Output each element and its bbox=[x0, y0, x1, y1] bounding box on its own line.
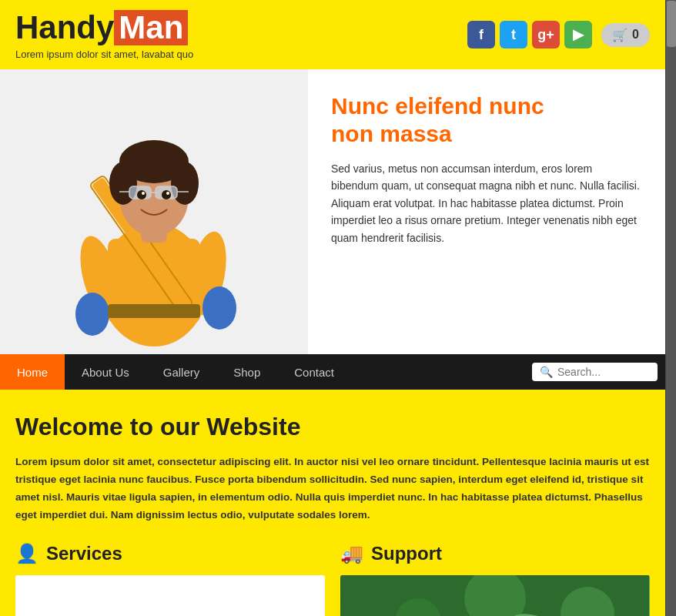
logo-handy: Handy bbox=[15, 9, 114, 45]
logo-man: Man bbox=[114, 10, 188, 45]
header: HandyMan Lorem ipsum dolor sit amet, lav… bbox=[0, 0, 665, 69]
nav-gallery[interactable]: Gallery bbox=[146, 354, 217, 390]
nav-home[interactable]: Home bbox=[0, 354, 65, 390]
hero-title: Nunc eleifend nunc non massa bbox=[331, 92, 642, 148]
nav-about[interactable]: About Us bbox=[65, 354, 146, 390]
svg-point-23 bbox=[166, 192, 169, 195]
svg-point-20 bbox=[137, 190, 146, 199]
nav-contact[interactable]: Contact bbox=[277, 354, 351, 390]
services-heading: 👤 Services bbox=[15, 543, 325, 564]
hero-title-text: Nunc eleifend nunc non massa bbox=[331, 93, 544, 146]
hero-description: Sed varius, metus non accumsan interdum,… bbox=[331, 160, 642, 246]
main-content: Welcome to our Website Lorem ipsum dolor… bbox=[0, 390, 665, 616]
hero-content: Nunc eleifend nunc non massa Sed varius,… bbox=[308, 69, 665, 354]
header-icons: f t g+ ▶ 🛒 0 bbox=[467, 21, 650, 49]
support-illustration bbox=[340, 575, 650, 616]
scrollbar-thumb[interactable] bbox=[667, 1, 676, 47]
search-box: 🔍 bbox=[532, 363, 658, 381]
search-icon: 🔍 bbox=[540, 366, 553, 378]
cart-count: 0 bbox=[632, 28, 639, 42]
svg-point-5 bbox=[75, 293, 109, 336]
services-column: 👤 Services bbox=[15, 543, 325, 616]
googleplus-icon[interactable]: g+ bbox=[532, 21, 560, 49]
support-heading-text: Support bbox=[371, 543, 442, 564]
services-heading-text: Services bbox=[46, 543, 122, 564]
worker-illustration bbox=[0, 69, 308, 354]
svg-rect-9 bbox=[108, 304, 200, 318]
logo-subtitle: Lorem ipsum dolor sit amet, lavabat quo bbox=[15, 49, 193, 60]
service-card-image bbox=[15, 575, 325, 616]
cart-icon: 🛒 bbox=[612, 28, 627, 42]
svg-point-22 bbox=[142, 192, 145, 195]
svg-point-6 bbox=[202, 286, 236, 330]
support-image bbox=[340, 575, 650, 616]
welcome-title: Welcome to our Website bbox=[15, 413, 650, 441]
support-card-image bbox=[340, 575, 650, 616]
twitter-icon[interactable]: t bbox=[500, 21, 527, 49]
page-wrapper: HandyMan Lorem ipsum dolor sit amet, lav… bbox=[0, 0, 676, 616]
logo: HandyMan bbox=[15, 10, 193, 45]
svg-point-25 bbox=[464, 575, 526, 616]
support-icon: 🚚 bbox=[340, 543, 363, 564]
facebook-icon[interactable]: f bbox=[467, 21, 495, 49]
search-input[interactable] bbox=[557, 366, 650, 378]
nav-shop[interactable]: Shop bbox=[216, 354, 277, 390]
scrollbar[interactable] bbox=[665, 0, 676, 616]
welcome-body: Lorem ipsum dolor sit amet, consectetur … bbox=[15, 454, 650, 524]
services-row: 👤 Services 🚚 Support bbox=[15, 543, 650, 616]
content-area: HandyMan Lorem ipsum dolor sit amet, lav… bbox=[0, 0, 665, 616]
youtube-icon[interactable]: ▶ bbox=[564, 21, 592, 49]
support-heading: 🚚 Support bbox=[340, 543, 650, 564]
cart-button[interactable]: 🛒 0 bbox=[601, 23, 650, 47]
hero-section: Nunc eleifend nunc non massa Sed varius,… bbox=[0, 69, 665, 354]
services-icon: 👤 bbox=[15, 543, 38, 564]
svg-point-21 bbox=[162, 190, 171, 199]
navbar: Home About Us Gallery Shop Contact 🔍 bbox=[0, 354, 665, 390]
hero-image bbox=[0, 69, 308, 354]
logo-area: HandyMan Lorem ipsum dolor sit amet, lav… bbox=[15, 10, 193, 60]
support-column: 🚚 Support bbox=[340, 543, 650, 616]
